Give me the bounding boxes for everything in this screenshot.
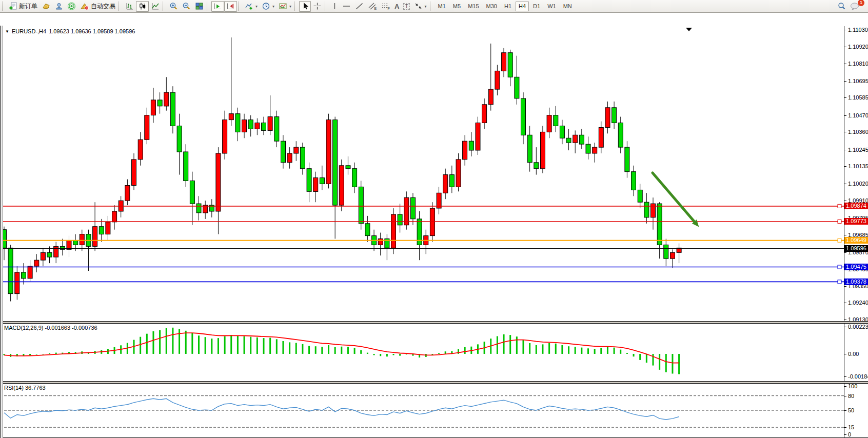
indicators-icon bbox=[245, 2, 253, 10]
price-tick bbox=[844, 235, 846, 235]
new-order-icon bbox=[9, 2, 17, 10]
chart-shift-marker[interactable] bbox=[686, 28, 692, 31]
price-tick-label: 1.10585 bbox=[848, 94, 868, 101]
price-tick bbox=[844, 97, 846, 98]
trendline-button[interactable] bbox=[353, 1, 366, 12]
profiles-button[interactable] bbox=[52, 1, 65, 12]
price-tick bbox=[844, 320, 846, 320]
notifications-button[interactable]: 1 bbox=[848, 1, 862, 12]
macd-tick-label: 0.00223 bbox=[848, 324, 868, 330]
candlestick-chart-button[interactable] bbox=[136, 1, 149, 12]
profiles-icon bbox=[54, 2, 63, 10]
toolbar-grip bbox=[238, 2, 241, 11]
timeframe-m1-button[interactable]: M1 bbox=[435, 2, 449, 11]
cursor-button[interactable] bbox=[299, 1, 311, 12]
bar-chart-button[interactable] bbox=[123, 1, 136, 12]
timeframe-m5-button[interactable]: M5 bbox=[450, 2, 464, 11]
bar-chart-icon bbox=[125, 2, 134, 10]
chart-menu-arrow-icon[interactable]: ▼ bbox=[5, 29, 9, 34]
zoom-in-button[interactable] bbox=[167, 1, 180, 12]
hline-price-label: 1.09773 bbox=[844, 218, 868, 225]
price-tick-label: 1.11030 bbox=[848, 27, 868, 33]
zoom-out-icon bbox=[182, 2, 191, 10]
timeframe-mn-button[interactable]: MN bbox=[560, 2, 575, 11]
hline-price-label: 1.09475 bbox=[844, 264, 868, 270]
price-tick bbox=[844, 132, 846, 132]
signals-button[interactable] bbox=[65, 1, 78, 12]
hline-handle[interactable] bbox=[838, 238, 841, 242]
zoom-out-button[interactable] bbox=[180, 1, 193, 12]
horizontal-line-button[interactable] bbox=[340, 1, 353, 12]
timeframe-w1-button[interactable]: W1 bbox=[544, 2, 559, 11]
window-left-frame bbox=[0, 26, 3, 438]
tile-windows-button[interactable] bbox=[193, 1, 206, 12]
chevron-down-icon: ▾ bbox=[255, 4, 258, 9]
line-chart-button[interactable] bbox=[149, 1, 162, 12]
market-watch-button[interactable] bbox=[40, 1, 52, 12]
svg-text:E: E bbox=[374, 7, 377, 10]
hline-price-label: 1.09378 bbox=[844, 278, 868, 285]
vertical-line-button[interactable] bbox=[329, 1, 340, 12]
autotrade-button[interactable]: 自动交易 bbox=[78, 1, 117, 12]
price-tick bbox=[844, 30, 846, 30]
chart-shift-button[interactable] bbox=[224, 1, 237, 12]
chevron-down-icon: ▾ bbox=[425, 4, 427, 9]
arrows-icon bbox=[414, 2, 423, 10]
price-tick bbox=[844, 47, 846, 47]
panel-splitter[interactable] bbox=[0, 321, 868, 324]
price-tick bbox=[844, 303, 846, 303]
current-price-label: 1.09596 bbox=[844, 245, 868, 252]
hline-handle[interactable] bbox=[838, 265, 841, 269]
timeframe-h4-button[interactable]: H4 bbox=[516, 2, 529, 11]
mt4-application: 新订单 bbox=[0, 0, 868, 438]
rsi-tick-label: 0 bbox=[848, 431, 851, 437]
timeframe-h1-button[interactable]: H1 bbox=[501, 2, 515, 11]
timeframe-m30-button[interactable]: M30 bbox=[483, 2, 500, 11]
hline-handle[interactable] bbox=[838, 204, 841, 208]
price-tick-label: 1.09240 bbox=[848, 300, 868, 306]
rsi-indicator-label: RSI(14) 36.7763 bbox=[4, 385, 46, 391]
autotrade-label: 自动交易 bbox=[91, 2, 115, 11]
toolbar-grip bbox=[430, 2, 432, 11]
price-tick-label: 1.10810 bbox=[848, 61, 868, 67]
rsi-tick-label: 100 bbox=[848, 383, 857, 389]
arrows-button[interactable]: ▾ bbox=[412, 1, 429, 12]
hline-handle[interactable] bbox=[838, 220, 841, 223]
toolbar-grip bbox=[2, 2, 5, 11]
indicators-button[interactable]: ▾ bbox=[243, 1, 260, 12]
templates-button[interactable]: ▾ bbox=[277, 1, 293, 12]
crosshair-icon bbox=[313, 2, 322, 10]
price-tick bbox=[844, 166, 846, 167]
macd-panel[interactable] bbox=[0, 324, 844, 381]
signals-icon bbox=[67, 2, 76, 10]
horizontal-line-icon bbox=[342, 2, 351, 10]
panel-splitter[interactable] bbox=[0, 381, 868, 384]
auto-scroll-button[interactable] bbox=[211, 1, 224, 12]
text-icon: A bbox=[394, 3, 399, 10]
price-axis[interactable]: 1.110301.109201.108101.106951.105851.104… bbox=[844, 26, 868, 437]
equidistant-channel-button[interactable]: E bbox=[366, 1, 379, 12]
price-tick-label: 1.10470 bbox=[848, 112, 868, 118]
macd-tick-label: -0.001848 bbox=[848, 373, 868, 380]
timeframe-d1-button[interactable]: D1 bbox=[530, 2, 543, 11]
price-tick bbox=[844, 252, 846, 253]
timeframe-m15-button[interactable]: M15 bbox=[465, 2, 482, 11]
macd-tick bbox=[844, 376, 846, 377]
crosshair-button[interactable] bbox=[311, 1, 324, 12]
rsi-tick bbox=[844, 434, 846, 435]
periods-button[interactable]: ▾ bbox=[260, 1, 277, 12]
zoom-in-icon bbox=[169, 2, 178, 10]
text-button[interactable]: A bbox=[392, 1, 401, 12]
price-chart-area[interactable] bbox=[0, 26, 844, 322]
fibonacci-button[interactable]: F bbox=[379, 1, 392, 12]
rsi-panel[interactable] bbox=[0, 384, 844, 437]
price-tick-label: 1.10135 bbox=[848, 163, 868, 169]
hline-handle[interactable] bbox=[838, 280, 841, 284]
text-label-button[interactable]: T bbox=[401, 1, 411, 12]
chart-title: ▼ EURUSD-,H4 1.09623 1.09636 1.09589 1.0… bbox=[5, 28, 135, 34]
new-order-button[interactable]: 新订单 bbox=[7, 1, 40, 12]
price-tick-label: 1.10695 bbox=[848, 78, 868, 84]
price-tick bbox=[844, 286, 846, 287]
search-button[interactable] bbox=[835, 1, 848, 12]
svg-text:F: F bbox=[388, 7, 390, 10]
